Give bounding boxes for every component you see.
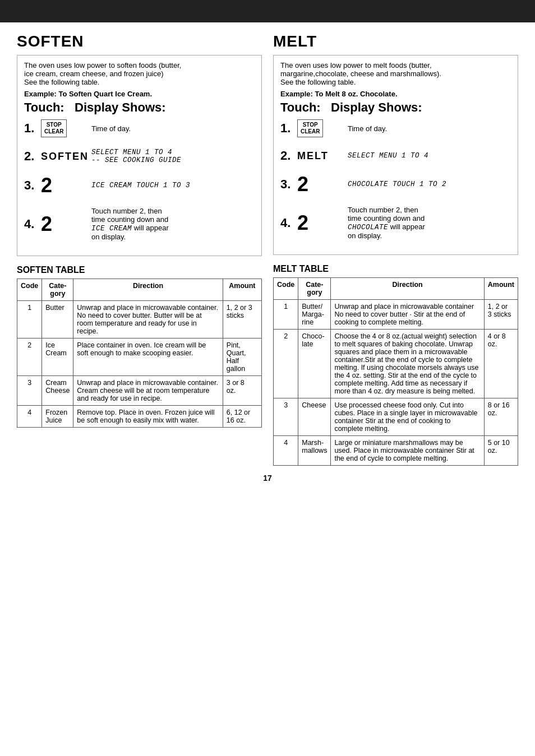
soften-title: SOFTEN xyxy=(17,33,262,50)
soften-step3-lcd: ICE CREAM TOUCH 1 TO 3 xyxy=(91,182,255,189)
melt-description: The oven uses low power to melt foods (b… xyxy=(273,55,518,255)
melt-row2-code: 3 xyxy=(274,398,298,436)
melt-step3-bignum[interactable]: 2 xyxy=(297,174,308,194)
melt-step3-lcd: CHOCOLATE TOUCH 1 TO 2 xyxy=(348,180,511,188)
soften-headers: Touch: Display Shows: xyxy=(24,100,255,115)
melt-row0-category: Butter/Marga-rine xyxy=(298,300,331,330)
melt-row1-category: Choco-late xyxy=(298,330,331,398)
melt-row2-direction: Use processed cheese food only. Cut into… xyxy=(331,398,484,436)
melt-step4-bignum[interactable]: 2 xyxy=(297,213,308,233)
melt-desc-line3: See the following table. xyxy=(280,78,511,86)
soften-step3-display: ICE CREAM TOUCH 1 TO 3 xyxy=(86,182,255,189)
melt-step2-word[interactable]: MELT xyxy=(297,150,329,162)
melt-desc-line1: The oven uses low power to melt foods (b… xyxy=(280,61,511,69)
melt-btn-line1: STOP xyxy=(301,122,320,128)
soften-step4-display: Touch number 2, then time counting down … xyxy=(86,207,255,241)
soften-row1-code: 2 xyxy=(17,338,42,376)
soften-desc-line2: ice cream, cream cheese, and frozen juic… xyxy=(24,69,255,78)
soften-section: SOFTEN The oven uses low power to soften… xyxy=(17,33,262,466)
melt-row0-amount: 1, 2 or3 sticks xyxy=(484,300,518,330)
soften-step4-bignum[interactable]: 2 xyxy=(41,214,52,234)
soften-step-3: 3. 2 ICE CREAM TOUCH 1 TO 3 xyxy=(24,173,255,198)
melt-step4-num: 4. xyxy=(280,216,297,230)
melt-step2-num: 2. xyxy=(280,149,297,163)
soften-col-amount: Amount xyxy=(223,279,261,301)
soften-table-header-row: Code Cate-gory Direction Amount xyxy=(17,279,262,301)
soften-table-title: SOFTEN TABLE xyxy=(17,265,262,275)
soften-btn-line2: CLEAR xyxy=(44,128,63,135)
melt-step3-display: CHOCOLATE TOUCH 1 TO 2 xyxy=(342,180,511,188)
soften-stop-clear-btn[interactable]: STOP CLEAR xyxy=(41,119,67,137)
melt-table-row: 4 Marsh-mallows Large or miniature marsh… xyxy=(274,436,518,466)
soften-step2-line1: SELECT MENU 1 TO 4 xyxy=(91,149,255,156)
soften-step3-num: 3. xyxy=(24,178,41,193)
melt-step-3: 3. 2 CHOCOLATE TOUCH 1 TO 2 xyxy=(280,172,511,197)
soften-step-1: 1. STOP CLEAR Time of day. xyxy=(24,117,255,140)
soften-col-code: Code xyxy=(17,279,42,301)
soften-step4-line1: Touch number 2, then xyxy=(91,207,162,215)
melt-step1-display: Time of day. xyxy=(342,124,511,133)
soften-step2-num: 2. xyxy=(24,149,41,164)
soften-col-category: Cate-gory xyxy=(42,279,73,301)
soften-col-direction: Direction xyxy=(73,279,223,301)
soften-desc-line1: The oven uses low power to soften foods … xyxy=(24,61,255,69)
soften-step2-display: SELECT MENU 1 TO 4 -- SEE COOKING GUIDE xyxy=(86,149,255,164)
soften-step1-num: 1. xyxy=(24,121,41,136)
melt-row3-category: Marsh-mallows xyxy=(298,436,331,466)
melt-row1-code: 2 xyxy=(274,330,298,398)
soften-row1-direction: Place container in oven. Ice cream will … xyxy=(73,338,223,376)
soften-table-row: 3 CreamCheese Unwrap and place in microw… xyxy=(17,376,262,406)
soften-row2-direction: Unwrap and place in microwavable contain… xyxy=(73,376,223,406)
soften-table-row: 4 FrozenJuice Remove top. Place in oven.… xyxy=(17,406,262,428)
soften-touch-label: Touch: xyxy=(24,100,75,115)
soften-row0-code: 1 xyxy=(17,301,42,338)
melt-step4-line5: on display. xyxy=(348,231,382,240)
melt-table: Code Cate-gory Direction Amount 1 Butter… xyxy=(273,277,518,466)
melt-step4-line1: Touch number 2, then xyxy=(348,206,418,214)
soften-row2-category: CreamCheese xyxy=(42,376,73,406)
melt-step-2: 2. MELT SELECT MENU 1 TO 4 xyxy=(280,146,511,165)
soften-row2-amount: 3 or 8oz. xyxy=(223,376,261,406)
melt-table-title: MELT TABLE xyxy=(273,264,518,274)
soften-table-row: 1 Butter Unwrap and place in microwavabl… xyxy=(17,301,262,338)
soften-step2-touch: SOFTEN xyxy=(41,151,86,163)
melt-headers: Touch: Display Shows: xyxy=(280,100,511,115)
soften-step2-word[interactable]: SOFTEN xyxy=(41,151,89,163)
melt-step4-touch: 2 xyxy=(297,213,342,233)
top-bar xyxy=(0,0,535,22)
melt-step4-line4: will appear xyxy=(388,222,425,231)
soften-step3-touch: 2 xyxy=(41,175,86,196)
melt-col-amount: Amount xyxy=(484,278,518,300)
melt-step4-line2: time counting down and xyxy=(348,214,425,222)
melt-desc-line2: margarine,chocolate, cheese and marshmal… xyxy=(280,69,511,78)
melt-step1-touch: STOP CLEAR xyxy=(297,119,342,137)
soften-step1-touch: STOP CLEAR xyxy=(41,119,86,137)
melt-step-1: 1. STOP CLEAR Time of day. xyxy=(280,117,511,140)
melt-row1-direction: Choose the 4 or 8 oz.(actual weight) sel… xyxy=(331,330,484,398)
melt-table-header-row: Code Cate-gory Direction Amount xyxy=(274,278,518,300)
soften-row1-amount: Pint,Quart,Halfgallon xyxy=(223,338,261,376)
melt-step1-num: 1. xyxy=(280,121,297,136)
melt-table-row: 1 Butter/Marga-rine Unwrap and place in … xyxy=(274,300,518,330)
soften-step2-line2: -- SEE COOKING GUIDE xyxy=(91,156,255,164)
melt-step2-touch: MELT xyxy=(297,150,342,162)
melt-step4-display: Touch number 2, then time counting down … xyxy=(342,206,511,240)
soften-table: Code Cate-gory Direction Amount 1 Butter… xyxy=(17,279,262,428)
melt-col-direction: Direction xyxy=(331,278,484,300)
melt-row1-amount: 4 or 8oz. xyxy=(484,330,518,398)
soften-step3-bignum[interactable]: 2 xyxy=(41,175,52,196)
melt-row0-direction: Unwrap and place in microwavable contain… xyxy=(331,300,484,330)
melt-step-4: 4. 2 Touch number 2, then time counting … xyxy=(280,203,511,242)
melt-row3-code: 4 xyxy=(274,436,298,466)
soften-row0-category: Butter xyxy=(42,301,73,338)
page-number: 17 xyxy=(17,474,518,483)
melt-stop-clear-btn[interactable]: STOP CLEAR xyxy=(297,119,323,137)
soften-step4-line4: will appear xyxy=(132,224,169,232)
soften-display-label: Display Shows: xyxy=(75,100,166,115)
melt-table-row: 2 Choco-late Choose the 4 or 8 oz.(actua… xyxy=(274,330,518,398)
melt-step3-touch: 2 xyxy=(297,174,342,194)
soften-step4-num: 4. xyxy=(24,217,41,231)
soften-step-2: 2. SOFTEN SELECT MENU 1 TO 4 -- SEE COOK… xyxy=(24,146,255,166)
soften-row0-direction: Unwrap and place in microwavable contain… xyxy=(73,301,223,338)
soften-table-row: 2 IceCream Place container in oven. Ice … xyxy=(17,338,262,376)
